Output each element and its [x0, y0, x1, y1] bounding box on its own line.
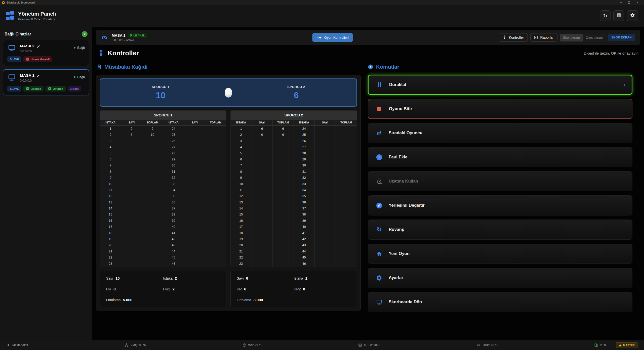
cell-toplam [205, 132, 226, 138]
cell-sayi [315, 211, 336, 217]
settings-button[interactable] [627, 10, 638, 21]
cell-sayi [121, 230, 142, 236]
minimize-button[interactable] [616, 0, 625, 5]
active-device-name: MASA 1 [112, 33, 125, 37]
command-duraklat[interactable]: Duraklat› [368, 75, 632, 95]
close-button[interactable]: × [633, 0, 642, 5]
cell-toplam [205, 126, 226, 132]
cell-sayi [184, 187, 205, 193]
summary-screen-option[interactable]: Özet ekranı [583, 34, 606, 41]
reports-tab-button[interactable]: Raporlar [530, 33, 558, 42]
edit-pencil-icon[interactable] [37, 45, 40, 48]
cell-sayi [252, 254, 273, 260]
column-header: ISTAKA [294, 120, 315, 125]
calculator-button[interactable] [613, 10, 624, 21]
command-yeni-oyun[interactable]: Yeni Oyun [368, 244, 632, 264]
license-badge-label: LİSANSLI [133, 34, 145, 37]
cell-istaka: 46 [294, 261, 315, 267]
cell-toplam [273, 138, 294, 144]
header-actions: ↻ [600, 10, 638, 21]
maximize-button[interactable] [625, 0, 633, 5]
cell-toplam [142, 236, 163, 242]
device-card-masa-2[interactable]: MASA 20.0.0.0:0BağlıSLAVE!Lisans Gerekli [3, 40, 89, 66]
command-yerle-imi-de-i-tir[interactable]: ⇄Yerleşimi Değiştir [368, 195, 632, 215]
cell-toplam [142, 248, 163, 254]
stat-label: Ortalama [237, 298, 251, 302]
cell-sayi [252, 205, 273, 211]
command-r-van[interactable]: ↻Rövanş [368, 220, 632, 240]
stat-label: HR2 [294, 287, 301, 291]
table-row: 1538 [231, 211, 357, 217]
edit-pencil-icon[interactable] [37, 74, 40, 77]
cell-sayi [315, 236, 336, 242]
cell-sayi [184, 230, 205, 236]
cell-istaka: 33 [163, 181, 184, 187]
column-header: SAYI [184, 120, 205, 125]
table-row: 730 [231, 162, 357, 168]
refresh-button[interactable]: ↻ [600, 10, 611, 21]
play-circle-icon [368, 64, 373, 70]
cell-istaka: 1 [100, 126, 121, 132]
cell-istaka: 13 [231, 199, 252, 205]
table-row: 2043 [100, 242, 226, 248]
cell-sayi [121, 261, 142, 267]
device-card-masa-1[interactable]: MASA 10.0.0.0:0BağlıSLAVE✓Lisanslı▶Oyund… [3, 69, 89, 95]
cell-toplam [273, 261, 294, 267]
score-screen-option[interactable]: Skor ekranı [560, 34, 583, 41]
cell-sayi [184, 175, 205, 181]
cell-toplam [273, 218, 294, 224]
cell-sayi [315, 205, 336, 211]
table-row: 1639 [231, 218, 357, 224]
cell-istaka: 8 [231, 169, 252, 175]
cell-sayi [184, 144, 205, 150]
cell-istaka: 13 [100, 199, 121, 205]
stat-label: Istaka [163, 276, 173, 280]
billiard-ball-icon [225, 88, 232, 98]
table-row: 1134 [100, 187, 226, 193]
badge-license-required: !Lisans Gerekli [23, 56, 52, 62]
command-label: Skorboarda Dön [389, 299, 422, 304]
cell-istaka: 40 [294, 224, 315, 230]
devices-sidebar: Bağlı Cihazlar 2 MASA 20.0.0.0:0BağlıSLA… [0, 27, 92, 340]
connection-label: Bağlı [77, 75, 85, 79]
cell-toplam [336, 211, 357, 217]
stat-value: 2 [175, 276, 177, 280]
command-skorboarda-d-n[interactable]: Skorboarda Dön [368, 292, 632, 312]
command-s-radaki-oyuncu[interactable]: ⇄Sıradaki Oyuncu [368, 123, 632, 143]
score-screen-badge[interactable]: SKOR EKRANI [608, 34, 635, 41]
cell-sayi [184, 156, 205, 162]
table-row: 427 [100, 144, 226, 150]
command-faul-ekle[interactable]: !Faul Ekle [368, 147, 632, 167]
cell-istaka: 28 [294, 150, 315, 156]
cell-sayi [121, 224, 142, 230]
cell-toplam [205, 162, 226, 168]
controller-tab-button[interactable]: Kontroller [499, 33, 528, 42]
player2-name: SPORCU 2 [236, 85, 356, 89]
game-controls-button[interactable]: Oyun Kontrolleri [312, 33, 353, 42]
cell-sayi [184, 242, 205, 248]
score-panel: SPORCU 1 10 SPORCU 2 6 [100, 78, 357, 107]
cell-toplam [273, 144, 294, 150]
cell-istaka: 5 [231, 150, 252, 156]
settings-icon [376, 275, 383, 281]
cell-sayi [121, 205, 142, 211]
scoreboard-icon [376, 299, 383, 305]
cell-istaka: 24 [163, 126, 184, 132]
table-row: 12224 [100, 126, 226, 132]
cell-toplam [205, 254, 226, 260]
command-ayarlar[interactable]: Ayarlar [368, 268, 632, 288]
table-header-row: ISTAKASAYITOPLAMISTAKASAYITOPLAM [100, 120, 226, 126]
table-caption: SPORCU 2 [231, 111, 357, 120]
command-oyunu-bitir[interactable]: Oyunu Bitir [368, 99, 632, 119]
table-row: 1538 [100, 211, 226, 217]
device-topbar: MASA 1 LİSANSLI 0.0.0.0:0 - active Oyun … [96, 30, 640, 45]
cell-toplam [205, 156, 226, 162]
cell-toplam [336, 205, 357, 211]
status-item-udp: UDP: 9875 [477, 343, 498, 347]
table-row: 1740 [231, 224, 357, 230]
cell-istaka: 14 [231, 205, 252, 211]
column-header: ISTAKA [100, 120, 121, 125]
cell-istaka: 6 [231, 156, 252, 162]
table-row: 1841 [100, 230, 226, 236]
cell-istaka: 33 [294, 181, 315, 187]
